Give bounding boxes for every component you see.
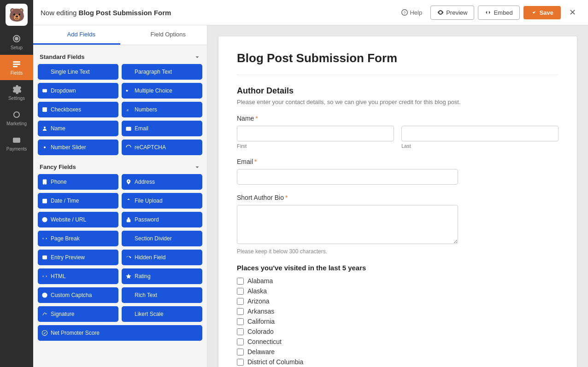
svg-point-13 [44, 146, 46, 148]
last-name-col: Last [401, 126, 559, 149]
field-hidden-field[interactable]: Hidden Field [122, 250, 202, 265]
sidebar: 🐻 Setup Fields Settings Marketing Paymen… [0, 0, 33, 367]
field-rich-text[interactable]: Rich Text [122, 287, 202, 303]
sidebar-item-marketing[interactable]: Marketing [0, 105, 33, 131]
field-date-time[interactable]: Date / Time [38, 193, 118, 209]
field-paragraph-text[interactable]: Paragraph Text [122, 64, 202, 80]
list-item: Alabama [237, 277, 559, 285]
field-signature[interactable]: Signature [38, 306, 118, 322]
form-title: Blog Post Submission Form [237, 51, 559, 75]
sidebar-item-payments[interactable]: Payments [0, 131, 33, 156]
field-entry-preview[interactable]: Entry Preview [38, 250, 118, 265]
embed-button[interactable]: Embed [478, 6, 519, 20]
sidebar-item-fields[interactable]: Fields [0, 55, 33, 80]
places-checkbox-list: Alabama Alaska Arizona Arkansas [237, 277, 559, 367]
name-field-group: Name * First Last [237, 115, 559, 149]
panel-tabs: Add Fields Field Options [33, 25, 207, 45]
list-item: Colorado [237, 328, 559, 335]
last-name-sublabel: Last [401, 143, 559, 149]
standard-fields-header[interactable]: Standard Fields [38, 49, 202, 64]
checkbox-arizona[interactable] [237, 298, 244, 305]
email-field-group: Email * [237, 158, 559, 185]
svg-point-8 [126, 90, 127, 91]
places-field-group: Places you've visited in the last 5 year… [237, 264, 559, 367]
field-html[interactable]: HTML [38, 268, 118, 284]
email-label: Email * [237, 158, 559, 165]
field-rating[interactable]: Rating [122, 268, 202, 284]
name-label: Name * [237, 115, 559, 122]
email-input[interactable] [237, 169, 458, 185]
field-numbers[interactable]: # Numbers [122, 102, 202, 117]
close-button[interactable]: ✕ [564, 5, 581, 20]
author-section-title: Author Details [237, 86, 559, 96]
field-phone[interactable]: Phone [38, 174, 118, 190]
svg-rect-3 [13, 138, 20, 143]
list-item: Connecticut [237, 338, 559, 345]
bio-required: * [285, 194, 288, 201]
help-button[interactable]: ? Help [397, 6, 427, 19]
svg-rect-15 [127, 219, 130, 222]
checkbox-alabama[interactable] [237, 278, 244, 285]
field-net-promoter-score[interactable]: Net Promoter Score [38, 325, 202, 341]
author-section: Author Details Please enter your contact… [237, 86, 559, 105]
field-multiple-choice[interactable]: Multiple Choice [122, 83, 202, 99]
checkbox-dc[interactable] [237, 359, 244, 366]
tab-field-options[interactable]: Field Options [120, 25, 207, 45]
name-required: * [255, 115, 258, 122]
field-section-divider[interactable]: Section Divider [122, 231, 202, 246]
checkbox-arkansas[interactable] [237, 308, 244, 315]
header-actions: ? Help Preview Embed Save ✕ [397, 5, 581, 20]
checkbox-colorado[interactable] [237, 328, 244, 335]
field-password[interactable]: Password [122, 212, 202, 227]
list-item: California [237, 318, 559, 325]
field-email[interactable]: Email [122, 121, 202, 136]
field-number-slider[interactable]: Number Slider [38, 140, 118, 155]
field-single-line-text[interactable]: Single Line Text [38, 64, 118, 80]
field-file-upload[interactable]: File Upload [122, 193, 202, 209]
svg-rect-2 [13, 66, 18, 67]
panel-content: Standard Fields Single Line Text Paragra… [33, 45, 207, 367]
svg-text:?: ? [404, 11, 406, 15]
field-dropdown[interactable]: Dropdown [38, 83, 118, 99]
author-section-desc: Please enter your contact details, so we… [237, 99, 559, 105]
form-card: Blog Post Submission Form Author Details… [218, 36, 577, 367]
field-custom-captcha[interactable]: ? Custom Captcha [38, 287, 118, 303]
preview-button[interactable]: Preview [430, 6, 474, 20]
field-likert-scale[interactable]: Likert Scale [122, 306, 202, 322]
checkbox-alaska[interactable] [237, 288, 244, 295]
checkbox-california[interactable] [237, 318, 244, 325]
bio-label: Short Author Bio * [237, 194, 559, 201]
app-logo: 🐻 [6, 4, 28, 26]
main-area: Add Fields Field Options Standard Fields… [33, 25, 588, 367]
standard-fields-grid: Single Line Text Paragraph Text Dropdown… [38, 64, 202, 155]
list-item: Delaware [237, 348, 559, 355]
fancy-fields-header[interactable]: Fancy Fields [38, 159, 202, 174]
field-name[interactable]: Name [38, 121, 118, 136]
list-item: Alaska [237, 287, 559, 295]
places-label: Places you've visited in the last 5 year… [237, 264, 559, 272]
list-item: Arizona [237, 297, 559, 305]
field-address[interactable]: Address [122, 174, 202, 190]
first-name-sublabel: First [237, 143, 394, 149]
bio-textarea[interactable] [237, 205, 458, 244]
tab-add-fields[interactable]: Add Fields [33, 25, 120, 45]
header-title: Now editing Blog Post Submission Form [41, 9, 397, 17]
sidebar-item-setup[interactable]: Setup [0, 29, 33, 55]
list-item: Arkansas [237, 308, 559, 315]
svg-rect-16 [42, 256, 47, 259]
save-button[interactable]: Save [523, 6, 561, 19]
sidebar-item-settings[interactable]: Settings [0, 80, 33, 105]
field-page-break[interactable]: Page Break [38, 231, 118, 246]
list-item: District of Columbia [237, 358, 559, 366]
field-checkboxes[interactable]: Checkboxes [38, 102, 118, 117]
svg-rect-1 [13, 64, 20, 65]
field-recaptcha[interactable]: reCAPTCHA [122, 140, 202, 155]
checkbox-connecticut[interactable] [237, 338, 244, 345]
field-website-url[interactable]: Website / URL [38, 212, 118, 227]
checkbox-delaware[interactable] [237, 349, 244, 355]
bio-field-group: Short Author Bio * Please keep it below … [237, 194, 559, 255]
svg-point-11 [44, 127, 46, 128]
first-name-input[interactable] [237, 126, 394, 141]
form-canvas: Blog Post Submission Form Author Details… [207, 25, 588, 367]
last-name-input[interactable] [401, 126, 559, 141]
